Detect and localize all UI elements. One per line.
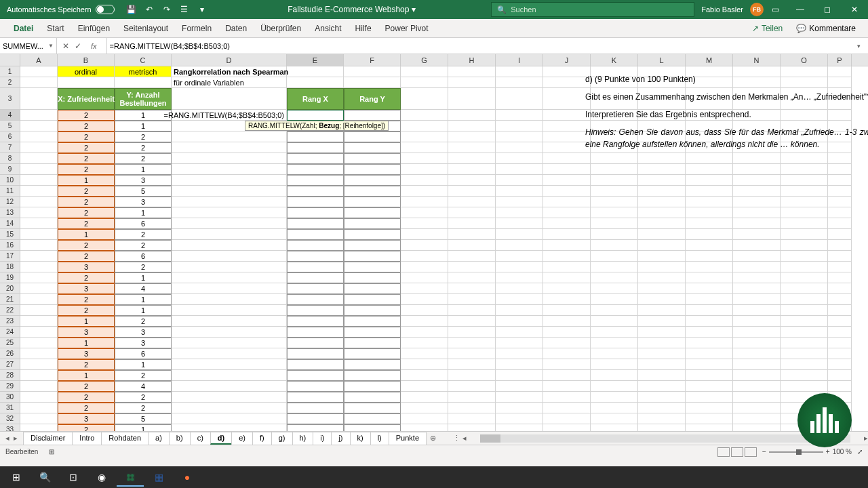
cell-C21[interactable]: 1 xyxy=(115,294,172,305)
cell-E25[interactable] xyxy=(287,338,344,348)
cell-P13[interactable] xyxy=(828,207,852,218)
cell-H24[interactable] xyxy=(448,327,496,338)
cell-P23[interactable] xyxy=(828,316,852,327)
cell-E18[interactable] xyxy=(287,262,344,272)
cell-A2[interactable] xyxy=(20,77,58,88)
cell-F26[interactable] xyxy=(344,348,401,359)
cell-B15[interactable]: 1 xyxy=(58,229,115,240)
cell-E15[interactable] xyxy=(287,229,344,240)
cell-O26[interactable] xyxy=(781,348,828,359)
row-header-17[interactable]: 17 xyxy=(0,251,20,262)
cell-F25[interactable] xyxy=(344,338,401,348)
cell-M31[interactable] xyxy=(686,403,733,413)
cell-D17[interactable] xyxy=(172,251,287,262)
cell-B3[interactable]: X: Zufriedenheit xyxy=(58,88,115,110)
cell-B20[interactable]: 3 xyxy=(58,283,115,294)
column-header-L[interactable]: L xyxy=(638,54,686,66)
cell-H32[interactable] xyxy=(448,413,496,424)
cell-A13[interactable] xyxy=(20,207,58,218)
cell-B5[interactable]: 2 xyxy=(58,121,115,131)
cell-B6[interactable]: 2 xyxy=(58,131,115,142)
cell-J19[interactable] xyxy=(543,272,591,283)
row-header-7[interactable]: 7 xyxy=(0,142,20,153)
cell-F18[interactable] xyxy=(344,262,401,272)
cell-F3[interactable]: Rang Y xyxy=(344,88,401,110)
cell-B21[interactable]: 2 xyxy=(58,294,115,305)
cell-A28[interactable] xyxy=(20,370,58,381)
fullscreen-icon[interactable]: ⤢ xyxy=(857,448,863,455)
ribbon-tab-einfügen[interactable]: Einfügen xyxy=(71,21,117,36)
cell-F9[interactable] xyxy=(344,164,401,175)
cell-B10[interactable]: 1 xyxy=(58,175,115,186)
cell-G2[interactable] xyxy=(401,77,448,88)
cell-E12[interactable] xyxy=(287,197,344,207)
cell-M24[interactable] xyxy=(686,327,733,338)
cell-I16[interactable] xyxy=(496,240,543,251)
row-header-31[interactable]: 31 xyxy=(0,403,20,413)
column-header-G[interactable]: G xyxy=(401,54,448,66)
cell-I8[interactable] xyxy=(496,153,543,164)
cell-E29[interactable] xyxy=(287,381,344,392)
cell-K19[interactable] xyxy=(591,272,638,283)
cell-J26[interactable] xyxy=(543,348,591,359)
cell-H2[interactable] xyxy=(448,77,496,88)
column-header-M[interactable]: M xyxy=(686,54,733,66)
cell-M14[interactable] xyxy=(686,218,733,229)
cell-N27[interactable] xyxy=(733,359,781,370)
cell-F29[interactable] xyxy=(344,381,401,392)
cell-J10[interactable] xyxy=(543,175,591,186)
cell-D32[interactable] xyxy=(172,413,287,424)
cell-H11[interactable] xyxy=(448,186,496,197)
cell-G32[interactable] xyxy=(401,413,448,424)
cell-H20[interactable] xyxy=(448,283,496,294)
cell-M33[interactable] xyxy=(686,424,733,431)
cell-H27[interactable] xyxy=(448,359,496,370)
cell-P11[interactable] xyxy=(828,186,852,197)
cell-A8[interactable] xyxy=(20,153,58,164)
cell-F1[interactable] xyxy=(344,66,401,77)
cell-F8[interactable] xyxy=(344,153,401,164)
ribbon-tab-ansicht[interactable]: Ansicht xyxy=(308,21,348,36)
cell-E28[interactable] xyxy=(287,370,344,381)
app-icon-1[interactable]: ◉ xyxy=(88,468,115,487)
cell-H18[interactable] xyxy=(448,262,496,272)
sheet-tab-Rohdaten[interactable]: Rohdaten xyxy=(101,432,149,445)
cell-A21[interactable] xyxy=(20,294,58,305)
cell-O14[interactable] xyxy=(781,218,828,229)
cell-K12[interactable] xyxy=(591,197,638,207)
cell-K31[interactable] xyxy=(591,403,638,413)
cell-G33[interactable] xyxy=(401,424,448,431)
cell-J31[interactable] xyxy=(543,403,591,413)
cell-K29[interactable] xyxy=(591,381,638,392)
cell-L33[interactable] xyxy=(638,424,686,431)
ribbon-tab-daten[interactable]: Daten xyxy=(218,21,254,36)
cell-A14[interactable] xyxy=(20,218,58,229)
cell-J13[interactable] xyxy=(543,207,591,218)
sheet-tab-k[interactable]: k) xyxy=(350,432,371,445)
cell-E32[interactable] xyxy=(287,413,344,424)
cell-D11[interactable] xyxy=(172,186,287,197)
cell-I24[interactable] xyxy=(496,327,543,338)
cell-P15[interactable] xyxy=(828,229,852,240)
column-header-N[interactable]: N xyxy=(733,54,781,66)
cell-I13[interactable] xyxy=(496,207,543,218)
column-header-J[interactable]: J xyxy=(543,54,591,66)
cell-B1[interactable]: ordinal xyxy=(58,66,115,77)
cell-I27[interactable] xyxy=(496,359,543,370)
cell-B29[interactable]: 2 xyxy=(58,381,115,392)
cell-L24[interactable] xyxy=(638,327,686,338)
cell-O13[interactable] xyxy=(781,207,828,218)
column-header-A[interactable]: A xyxy=(20,54,58,66)
cell-F33[interactable] xyxy=(344,424,401,431)
sheet-tab-e[interactable]: e) xyxy=(231,432,253,445)
cell-B23[interactable]: 1 xyxy=(58,316,115,327)
cell-G18[interactable] xyxy=(401,262,448,272)
cell-B28[interactable]: 1 xyxy=(58,370,115,381)
firefox-taskbar-icon[interactable]: ● xyxy=(174,468,201,487)
cell-P18[interactable] xyxy=(828,262,852,272)
ribbon-tab-formeln[interactable]: Formeln xyxy=(175,21,218,36)
cell-E26[interactable] xyxy=(287,348,344,359)
cell-N29[interactable] xyxy=(733,381,781,392)
cell-F14[interactable] xyxy=(344,218,401,229)
cell-F21[interactable] xyxy=(344,294,401,305)
